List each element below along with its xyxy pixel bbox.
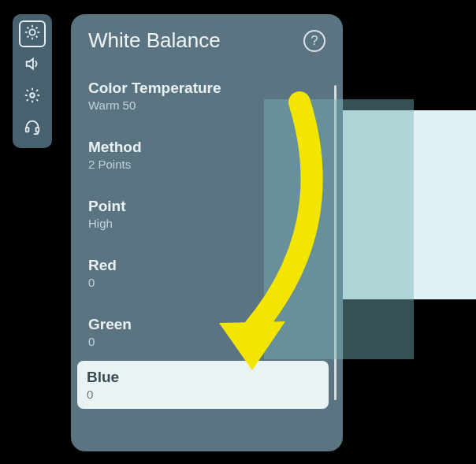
question-icon: ? xyxy=(311,34,318,48)
gear-icon xyxy=(24,87,41,107)
setting-label: Green xyxy=(88,316,325,333)
setting-color-temperature[interactable]: Color Temperature Warm 50 xyxy=(88,72,325,120)
speaker-icon xyxy=(24,55,41,76)
headset-icon xyxy=(24,118,41,139)
setting-value: High xyxy=(88,217,325,230)
svg-rect-12 xyxy=(36,128,39,132)
svg-line-5 xyxy=(27,27,28,28)
sidebar-item-picture[interactable] xyxy=(19,20,46,47)
sidebar-item-sound[interactable] xyxy=(19,52,46,79)
svg-point-10 xyxy=(30,93,35,98)
background-bright-rect xyxy=(342,110,476,299)
panel-header: White Balance ? xyxy=(88,28,325,53)
setting-label: Point xyxy=(88,198,325,215)
sidebar-item-support[interactable] xyxy=(19,115,46,142)
setting-red[interactable]: Red 0 xyxy=(88,249,325,297)
panel-title: White Balance xyxy=(88,28,221,53)
setting-method[interactable]: Method 2 Points xyxy=(88,131,325,179)
setting-label: Color Temperature xyxy=(88,80,325,97)
setting-value: 2 Points xyxy=(88,158,325,171)
svg-line-6 xyxy=(36,36,38,38)
help-button[interactable]: ? xyxy=(303,30,325,52)
svg-point-0 xyxy=(29,29,35,35)
brightness-icon xyxy=(24,24,41,44)
svg-marker-9 xyxy=(27,59,33,69)
setting-label: Red xyxy=(88,257,325,274)
sidebar-item-settings[interactable] xyxy=(19,84,46,110)
setting-value: 0 xyxy=(87,388,319,401)
setting-value: Warm 50 xyxy=(88,98,325,112)
setting-label: Method xyxy=(88,139,325,156)
settings-panel: White Balance ? Color Temperature Warm 5… xyxy=(71,14,343,451)
svg-line-8 xyxy=(36,27,38,28)
setting-label: Blue xyxy=(87,369,319,386)
sidebar xyxy=(13,14,52,148)
setting-blue[interactable]: Blue 0 xyxy=(77,361,329,409)
setting-green[interactable]: Green 0 xyxy=(88,308,325,356)
setting-value: 0 xyxy=(88,276,325,289)
svg-line-7 xyxy=(27,36,28,38)
scrollbar-thumb[interactable] xyxy=(334,85,337,400)
setting-point[interactable]: Point High xyxy=(88,190,325,238)
setting-value: 0 xyxy=(88,335,325,348)
svg-rect-11 xyxy=(26,128,29,132)
